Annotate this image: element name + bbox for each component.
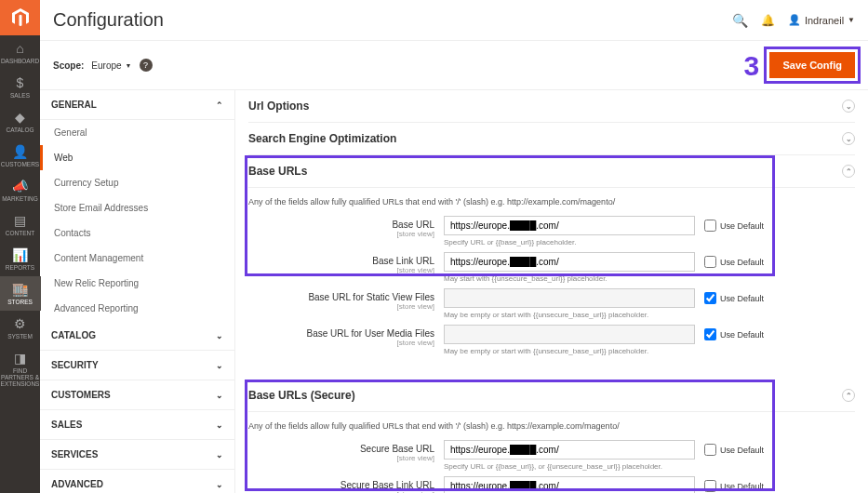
sidebar-section-services[interactable]: SERVICES⌄ (40, 440, 234, 470)
nav-icon: 📊 (12, 247, 28, 262)
notifications-icon[interactable]: 🔔 (761, 14, 775, 27)
field-label: Base URL for Static View Files[store vie… (248, 288, 444, 311)
nav-content[interactable]: ▤CONTENT (0, 207, 41, 242)
field-hint: May be empty or start with {{unsecure_ba… (444, 347, 695, 355)
section-title: Url Options (248, 100, 309, 113)
nav-customers[interactable]: 👤CUSTOMERS (0, 139, 41, 173)
chevron-down-icon: ⌄ (216, 391, 223, 400)
field-row: Secure Base Link URL[store view]May star… (248, 476, 855, 493)
admin-navbar: ⌂DASHBOARD$SALES◆CATALOG👤CUSTOMERS📣MARKE… (0, 0, 40, 493)
section-description: Any of the fields allow fully qualified … (248, 197, 855, 207)
chevron-down-icon: ⌄ (216, 450, 223, 460)
url-input[interactable] (444, 252, 695, 272)
section-base-urls-secure[interactable]: Base URLs (Secure) ⌃ (248, 380, 855, 412)
collapse-icon: ⌃ (842, 389, 855, 402)
nav-label: CATALOG (6, 127, 33, 133)
field-label: Base URL[store view] (248, 216, 444, 238)
nav-system[interactable]: ⚙SYSTEM (0, 311, 41, 345)
expand-icon: ⌄ (842, 100, 855, 113)
sidebar-section-advanced[interactable]: ADVANCED⌄ (40, 470, 234, 493)
checkbox-input[interactable] (704, 220, 716, 232)
section-title: Search Engine Optimization (248, 132, 396, 145)
section-base-urls[interactable]: Base URLs ⌃ (248, 155, 855, 188)
url-input[interactable] (444, 216, 695, 235)
sidebar-item-new-relic-reporting[interactable]: New Relic Reporting (40, 271, 234, 296)
checkbox-input[interactable] (704, 292, 716, 304)
help-icon[interactable]: ? (140, 59, 153, 72)
field-label: Base Link URL[store view] (248, 252, 444, 274)
nav-reports[interactable]: 📊REPORTS (0, 242, 41, 276)
nav-stores[interactable]: 🏬STORES (0, 276, 41, 311)
use-default-checkbox[interactable]: Use Default (704, 288, 764, 304)
nav-catalog[interactable]: ◆CATALOG (0, 104, 41, 139)
section-description: Any of the fields allow fully qualified … (248, 421, 855, 431)
sidebar-section-label: CATALOG (51, 330, 96, 340)
sidebar-item-web[interactable]: Web (40, 145, 234, 170)
sidebar-item-contacts[interactable]: Contacts (40, 220, 234, 246)
sidebar-section-sales[interactable]: SALES⌄ (40, 410, 234, 440)
use-default-label: Use Default (720, 446, 764, 455)
sidebar-item-store-email-addresses[interactable]: Store Email Addresses (40, 195, 234, 220)
field-row: Base URL for User Media Files[store view… (248, 325, 855, 355)
nav-icon: $ (17, 75, 24, 90)
sidebar-section-customers[interactable]: CUSTOMERS⌄ (40, 380, 234, 410)
config-sidebar: GENERAL ⌃ GeneralWebCurrency SetupStore … (40, 90, 235, 493)
url-input (444, 325, 695, 344)
checkbox-input[interactable] (704, 480, 716, 492)
use-default-label: Use Default (720, 482, 764, 491)
save-config-button[interactable]: Save Config (769, 52, 855, 78)
chevron-down-icon: ⌄ (216, 420, 223, 430)
config-panel: Url Options ⌄ Search Engine Optimization… (235, 90, 868, 493)
nav-dashboard[interactable]: ⌂DASHBOARD (0, 35, 41, 70)
nav-label: REPORTS (6, 264, 34, 271)
sidebar-section-security[interactable]: SECURITY⌄ (40, 351, 234, 380)
nav-marketing[interactable]: 📣MARKETING (0, 173, 41, 207)
annotation-number-3: 3 (743, 50, 759, 82)
nav-label: DASHBOARD (1, 58, 39, 64)
nav-icon: ▤ (14, 213, 26, 228)
nav-find-partners-extensions[interactable]: ◨FIND PARTNERS & EXTENSIONS (0, 345, 41, 393)
scope-value: Europe (91, 60, 121, 71)
chevron-down-icon: ▼ (848, 16, 855, 24)
use-default-checkbox[interactable]: Use Default (704, 476, 764, 492)
use-default-checkbox[interactable]: Use Default (704, 440, 764, 456)
page-title: Configuration (53, 9, 164, 31)
collapse-icon: ⌃ (842, 165, 855, 178)
sidebar-item-advanced-reporting[interactable]: Advanced Reporting (40, 296, 234, 321)
sidebar-item-currency-setup[interactable]: Currency Setup (40, 170, 234, 195)
use-default-checkbox[interactable]: Use Default (704, 216, 764, 232)
search-icon[interactable]: 🔍 (732, 13, 748, 28)
section-seo[interactable]: Search Engine Optimization ⌄ (248, 123, 855, 155)
scope-label: Scope: (53, 60, 84, 71)
user-menu[interactable]: 👤 Indraneil ▼ (788, 14, 855, 26)
field-label: Secure Base Link URL[store view] (248, 476, 444, 493)
field-row: Base URL[store view]Specify URL or {{bas… (248, 216, 855, 246)
field-hint: Specify URL or {{base_url}} placeholder. (444, 238, 695, 246)
nav-sales[interactable]: $SALES (0, 70, 41, 104)
url-input[interactable] (444, 440, 695, 460)
nav-label: SALES (10, 92, 30, 99)
checkbox-input[interactable] (704, 256, 716, 268)
nav-label: FIND PARTNERS & EXTENSIONS (1, 367, 40, 387)
sidebar-section-label: SERVICES (51, 449, 98, 460)
nav-icon: 📣 (12, 179, 28, 193)
nav-label: MARKETING (2, 195, 38, 202)
use-default-label: Use Default (720, 330, 764, 340)
field-label: Secure Base URL[store view] (248, 440, 444, 462)
checkbox-input[interactable] (704, 328, 716, 340)
scope-select[interactable]: Europe ▼ (91, 60, 131, 71)
field-row: Base URL for Static View Files[store vie… (248, 288, 855, 319)
url-input[interactable] (444, 476, 695, 493)
use-default-checkbox[interactable]: Use Default (704, 325, 764, 340)
sidebar-item-content-management[interactable]: Content Management (40, 246, 234, 271)
sidebar-item-general[interactable]: General (40, 120, 234, 145)
sidebar-section-catalog[interactable]: CATALOG⌄ (40, 321, 234, 351)
use-default-checkbox[interactable]: Use Default (704, 252, 764, 268)
sidebar-section-general[interactable]: GENERAL ⌃ (40, 90, 234, 120)
checkbox-input[interactable] (704, 444, 716, 456)
nav-icon: ◆ (15, 110, 25, 125)
use-default-label: Use Default (720, 294, 764, 303)
magento-logo-icon (0, 0, 40, 35)
section-url-options[interactable]: Url Options ⌄ (248, 90, 855, 123)
sidebar-section-label: SALES (51, 420, 82, 430)
